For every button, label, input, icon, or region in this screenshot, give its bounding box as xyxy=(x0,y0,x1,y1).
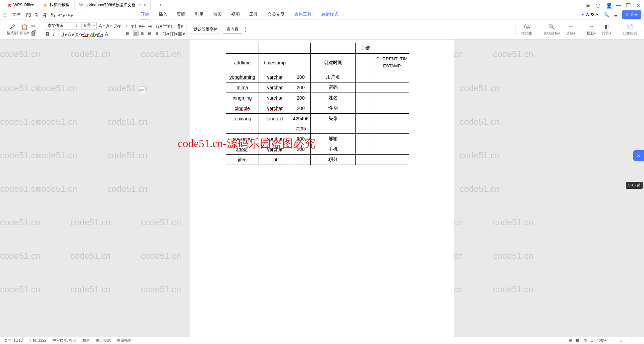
table-cell[interactable]: 性别 xyxy=(311,103,356,113)
database-table[interactable]: 主键addtimetimestamp创建时间CURRENT_TIMESTAMPy… xyxy=(226,43,409,165)
table-cell[interactable] xyxy=(356,144,375,154)
table-cell[interactable]: varchar xyxy=(259,133,291,144)
ime-indicator[interactable]: CH ♪ 简 xyxy=(626,182,643,189)
table-row[interactable]: addtimetimestamp创建时间CURRENT_TIMESTAMP xyxy=(226,54,409,72)
table-cell[interactable]: varchar xyxy=(259,93,291,103)
grow-font-icon[interactable]: A⁺ xyxy=(99,23,104,28)
tab-ref[interactable]: 引用 xyxy=(195,10,204,19)
table-cell[interactable]: jifen xyxy=(226,154,259,165)
table-row[interactable]: mimavarchar200密码 xyxy=(226,82,409,93)
new-tab-button[interactable]: + xyxy=(155,2,158,8)
bold-icon[interactable]: B xyxy=(46,32,51,37)
table-row[interactable]: yonghumingvarchar200用户名 xyxy=(226,72,409,82)
table-cell[interactable]: mima xyxy=(226,82,259,93)
table-cell[interactable]: youxiang xyxy=(226,133,259,144)
document-canvas[interactable]: code51.cn code51.cn code51.cn code51.cn … xyxy=(0,40,644,344)
clear-format-icon[interactable]: ∅▾ xyxy=(113,23,119,28)
table-cell[interactable] xyxy=(291,54,311,72)
table-cell[interactable]: 积分 xyxy=(311,154,356,165)
shrink-font-icon[interactable]: A⁻ xyxy=(106,23,111,28)
table-cell[interactable]: 姓名 xyxy=(311,93,356,103)
table-row[interactable]: 主键 xyxy=(226,43,409,54)
table-cell[interactable] xyxy=(356,113,375,124)
table-cell[interactable] xyxy=(375,72,409,82)
table-cell[interactable] xyxy=(375,124,409,133)
table-cell[interactable] xyxy=(375,103,409,113)
table-cell[interactable] xyxy=(375,43,409,54)
show-marks-icon[interactable]: ¶▾ xyxy=(177,23,183,28)
style-table-content[interactable]: 表内容 xyxy=(223,25,242,34)
table-cell[interactable] xyxy=(356,72,375,82)
redo-icon[interactable]: ↷▾ xyxy=(66,12,71,17)
table-cell[interactable] xyxy=(356,54,375,72)
table-cell[interactable]: 密码 xyxy=(311,82,356,93)
table-cell[interactable]: xingming xyxy=(226,93,259,103)
char-scale-icon[interactable]: ⇆▾ xyxy=(155,23,161,28)
copy-icon[interactable]: 🗐 xyxy=(31,31,37,36)
table-cell[interactable]: 200 xyxy=(291,82,311,93)
table-row[interactable]: shoujivarchar200手机 xyxy=(226,144,409,154)
tab-table-tool[interactable]: 表格工具 xyxy=(294,10,312,19)
table-cell[interactable]: CURRENT_TIMESTAMP xyxy=(375,54,409,72)
table-cell[interactable] xyxy=(375,82,409,93)
search-icon[interactable]: 🔍 xyxy=(603,12,609,17)
table-cell[interactable]: 头像 xyxy=(311,113,356,124)
zoom-slider[interactable]: —○— xyxy=(616,339,626,343)
minimize-icon[interactable]: — xyxy=(616,2,621,8)
sort-icon[interactable]: ↕ xyxy=(170,23,175,28)
table-row[interactable]: youxiangvarchar200邮箱 xyxy=(226,133,409,144)
format-painter-icon[interactable]: 🖌 xyxy=(9,23,16,31)
outdent-icon[interactable]: ⇤ xyxy=(141,23,146,28)
style-down-icon[interactable]: ▾ xyxy=(245,30,247,33)
print-preview-icon[interactable]: 🗎 xyxy=(34,12,39,17)
font-select[interactable]: 华文仿宋▾ xyxy=(46,22,79,30)
status-spell[interactable]: 拼写检查: 打开 xyxy=(52,338,76,343)
table-row[interactable]: jifenint积分 xyxy=(226,154,409,165)
borders-icon[interactable]: ▦▾ xyxy=(177,31,183,36)
fit-icon[interactable]: ⛶ xyxy=(636,339,640,343)
justify-icon[interactable]: ≡ xyxy=(148,31,153,36)
styles-menu[interactable]: Aᴀ 样式集 xyxy=(519,23,534,36)
document-page[interactable]: 主键addtimetimestamp创建时间CURRENT_TIMESTAMPy… xyxy=(190,40,454,344)
zoom-out-icon[interactable]: − xyxy=(610,339,612,343)
tab-page[interactable]: 页面 xyxy=(177,10,185,19)
tab-vip[interactable]: 会员专享 xyxy=(267,10,285,19)
table-row[interactable]: touxianglongtext429496头像 xyxy=(226,113,409,124)
table-cell[interactable]: timestamp xyxy=(259,54,291,72)
table-cell[interactable] xyxy=(226,124,259,133)
font-color-icon[interactable]: A▾ xyxy=(83,32,88,37)
orientation-button[interactable]: ↔ 横版▾ xyxy=(585,23,598,36)
table-cell[interactable] xyxy=(356,103,375,113)
arrange-button[interactable]: ◧ 排列▾ xyxy=(600,23,613,36)
char-border-icon[interactable]: A xyxy=(105,32,110,37)
tab-table-style[interactable]: 表格样式 xyxy=(321,10,338,19)
table-cell[interactable]: varchar xyxy=(259,144,291,154)
table-cell[interactable] xyxy=(356,124,375,133)
table-handle-icon[interactable]: ▤▾ xyxy=(138,87,145,93)
table-cell[interactable]: addtime xyxy=(226,54,259,72)
zoom-in-icon[interactable]: + xyxy=(630,339,632,343)
highlight-icon[interactable]: ab▾ xyxy=(90,32,95,37)
align-left-icon[interactable]: ≡ xyxy=(126,31,131,36)
shading-icon[interactable]: A▾ xyxy=(97,32,103,37)
strike-icon[interactable]: A▾ xyxy=(68,32,73,37)
package-icon[interactable]: ⬡ xyxy=(596,2,601,8)
table-row[interactable]: xingmingvarchar200姓名 xyxy=(226,93,409,103)
view-web-icon[interactable]: ▥ xyxy=(583,338,587,343)
tab-view[interactable]: 视图 xyxy=(231,10,240,19)
table-cell[interactable] xyxy=(311,43,356,54)
tab-start[interactable]: 开始 xyxy=(141,10,149,19)
table-cell[interactable]: 200 xyxy=(291,93,311,103)
table-cell[interactable] xyxy=(375,93,409,103)
avatar-icon[interactable]: 👤 xyxy=(606,2,611,8)
official-mode-button[interactable]: 📄 公文模式 xyxy=(621,23,639,36)
tab-menu-caret[interactable]: ▾ xyxy=(160,3,161,7)
style-default[interactable]: 默认段落字体 xyxy=(190,25,221,34)
table-cell[interactable] xyxy=(291,154,311,165)
table-cell[interactable] xyxy=(226,43,259,54)
table-cell[interactable]: 邮箱 xyxy=(311,133,356,144)
table-cell[interactable] xyxy=(259,43,291,54)
table-cell[interactable]: 200 xyxy=(291,133,311,144)
table-cell[interactable] xyxy=(259,124,291,133)
table-row[interactable]: 7295 xyxy=(226,124,409,133)
